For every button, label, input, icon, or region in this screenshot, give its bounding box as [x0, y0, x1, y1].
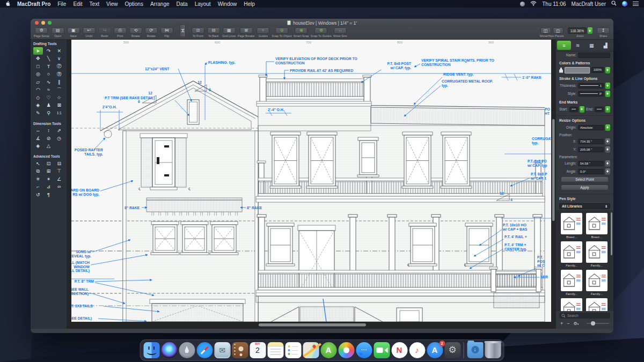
- x-position-field[interactable]: 734.35 ": [578, 139, 604, 144]
- drawing-canvas[interactable]: 500600700800900: [67, 40, 555, 329]
- share-button[interactable]: ↥: [597, 27, 610, 34]
- snap-to-object-button[interactable]: ⊙Snap To Object: [272, 27, 292, 38]
- fill-color-swatch[interactable]: [565, 67, 590, 73]
- angle-tool[interactable]: ∠: [54, 175, 64, 183]
- polyline-tool[interactable]: ∨: [54, 55, 64, 63]
- siri-icon[interactable]: [161, 342, 177, 358]
- page-breaks-button[interactable]: ⊞Page Breaks: [238, 27, 255, 38]
- style-select[interactable]: P: [578, 91, 604, 97]
- toggle-left-panel-button[interactable]: ◫: [540, 27, 551, 34]
- diamond-tool[interactable]: ◇: [33, 94, 43, 101]
- menu-user[interactable]: MacDraft User: [572, 1, 606, 7]
- trash-icon[interactable]: [485, 342, 501, 358]
- ellipse-tool[interactable]: ◠: [33, 86, 43, 94]
- tab-properties[interactable]: ≡: [557, 41, 571, 50]
- menu-macdraft-pro[interactable]: MacDraft Pro: [17, 1, 50, 7]
- heart-tool[interactable]: ♡: [44, 94, 54, 101]
- menu-data[interactable]: Data: [177, 1, 188, 7]
- horizontal-dimension-tool[interactable]: ↔: [33, 127, 43, 135]
- actual-size-tool[interactable]: 1:1: [54, 109, 64, 117]
- origin-stepper[interactable]: [605, 124, 610, 131]
- status-orb-icon[interactable]: [520, 2, 525, 6]
- pan-tool[interactable]: ✥: [33, 55, 43, 63]
- reminders-icon[interactable]: [285, 342, 301, 358]
- news-icon[interactable]: [391, 342, 407, 358]
- explode-tool[interactable]: ✳: [33, 175, 43, 183]
- rectangle-tool[interactable]: □: [33, 63, 43, 70]
- y-stepper[interactable]: [605, 146, 610, 153]
- style-stepper[interactable]: [605, 91, 610, 97]
- toggle-right-panel-button[interactable]: ◫: [553, 27, 564, 34]
- opacity-stepper[interactable]: [605, 67, 610, 73]
- library-item[interactable]: Family...: [560, 270, 583, 295]
- start-mark-select[interactable]: [569, 107, 579, 112]
- select-tool[interactable]: ➤: [33, 47, 43, 55]
- opacity-field[interactable]: 100%: [591, 67, 604, 73]
- maps-icon[interactable]: [303, 342, 319, 358]
- horizontal-scrollbar[interactable]: [259, 323, 366, 327]
- circle-tool[interactable]: ◎: [33, 71, 43, 78]
- library-actions-button[interactable]: ⚙▾: [574, 321, 579, 326]
- y-position-field[interactable]: 205.08 ": [578, 147, 604, 152]
- to-back-button[interactable]: ⊟To Back: [207, 27, 221, 38]
- open-button[interactable]: ▤Open: [51, 27, 65, 38]
- safari-icon[interactable]: [196, 342, 213, 358]
- library-item[interactable]: Gara...: [586, 298, 609, 311]
- length-field[interactable]: 54.58 ": [578, 161, 604, 166]
- thickness-stepper[interactable]: [605, 83, 610, 89]
- library-scrollbar[interactable]: [611, 212, 612, 255]
- tab-stats[interactable]: ▟: [598, 41, 612, 50]
- flip-button[interactable]: ⋈Flip: [175, 27, 189, 38]
- polygon-tool[interactable]: ▱: [33, 78, 43, 86]
- library-item[interactable]: Gara...: [560, 298, 583, 311]
- line-tool[interactable]: ╲: [44, 55, 54, 63]
- appstore-icon[interactable]: 2: [427, 342, 443, 358]
- parallel-polygon-tool[interactable]: Ⓟ: [54, 63, 64, 70]
- snap-to-guides-button[interactable]: ⊚Snap To Guides: [311, 27, 332, 38]
- flip-button[interactable]: ⋈Flip: [160, 27, 174, 38]
- freehand-tool[interactable]: ≈: [44, 86, 54, 94]
- menu-file[interactable]: File: [57, 1, 66, 7]
- menu-clock[interactable]: Thu 11:06: [542, 1, 566, 7]
- window-tool[interactable]: ⊟: [54, 160, 64, 167]
- redo-button[interactable]: ↪Redo: [98, 27, 112, 38]
- freeform-tool[interactable]: ○: [44, 71, 54, 78]
- finder-icon[interactable]: [143, 342, 159, 358]
- origin-select[interactable]: Absolute: [578, 125, 604, 130]
- align-tool[interactable]: ⊞: [44, 168, 54, 175]
- rotate-button[interactable]: ⟳Rotate: [144, 27, 158, 38]
- angle-field[interactable]: 0.0°: [578, 169, 604, 174]
- save-button[interactable]: ▣Save: [67, 27, 80, 38]
- tee-tool[interactable]: ⊤: [54, 168, 64, 175]
- oblique-dimension-tool[interactable]: ⇗: [54, 127, 64, 135]
- link-tool[interactable]: ∞: [54, 183, 64, 191]
- print-button[interactable]: ⎙Print: [113, 27, 127, 38]
- angle-dimension-tool[interactable]: ∡: [33, 135, 43, 142]
- arc-tool[interactable]: ⌒: [54, 86, 64, 94]
- contacts-icon[interactable]: [232, 342, 248, 358]
- ordinate-dimension-tool[interactable]: ◈: [33, 143, 43, 150]
- page-setup-button[interactable]: ⚙Page Setup: [34, 27, 49, 38]
- facetime-icon[interactable]: [374, 342, 390, 358]
- itunes-icon[interactable]: [409, 342, 425, 358]
- smart-snap-button[interactable]: ⊕Smart Snap: [294, 27, 309, 38]
- grid-lines-button[interactable]: ▦Grid Lines: [222, 27, 236, 38]
- column-tool[interactable]: ¶: [44, 191, 54, 198]
- library-item[interactable]: Family...: [586, 241, 609, 267]
- thickness-select[interactable]: 1: [578, 83, 604, 88]
- menu-help[interactable]: Help: [244, 1, 255, 7]
- select-point-button[interactable]: Select Point: [561, 176, 609, 182]
- angle-stepper[interactable]: [605, 168, 610, 175]
- door-tool[interactable]: ⊡: [44, 160, 54, 167]
- menu-edit[interactable]: Edit: [73, 1, 82, 7]
- spotlight-search-icon[interactable]: [611, 1, 617, 7]
- name-input[interactable]: [580, 54, 608, 57]
- zoom-tool[interactable]: ⚲: [44, 109, 54, 117]
- text-tool[interactable]: T: [44, 63, 54, 70]
- title-bar[interactable]: houseElev | Windows | 1/4" = 1': [31, 19, 613, 27]
- wifi-icon[interactable]: [530, 1, 537, 7]
- guides-button[interactable]: ⌗Guides: [256, 27, 270, 38]
- library-item[interactable]: Breez...: [586, 213, 609, 239]
- minimize-button[interactable]: [41, 21, 45, 25]
- length-stepper[interactable]: [605, 160, 610, 167]
